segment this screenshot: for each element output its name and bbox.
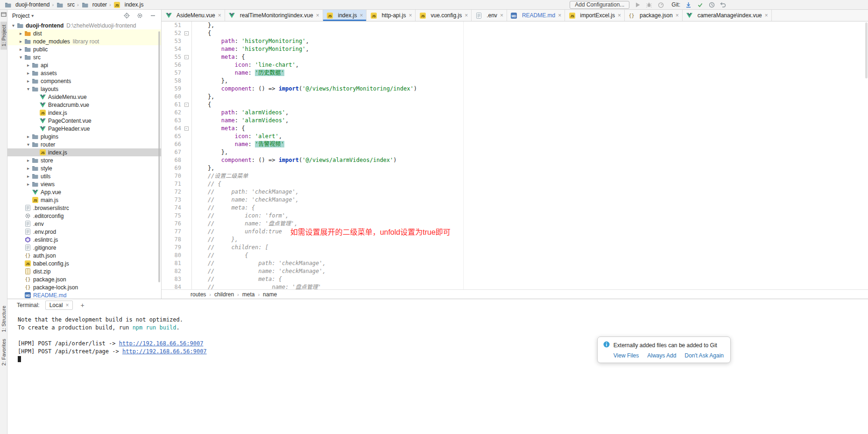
breadcrumb-item[interactable]: name [263,291,277,298]
run-icon[interactable] [634,1,641,8]
tree-item[interactable]: ▾layouts [7,85,161,93]
tree-item[interactable]: ▾src [7,53,161,61]
url-link[interactable]: http://192.168.66.56:9007 [122,348,207,355]
chevron-down-icon[interactable]: ▾ [25,86,31,91]
tree-item[interactable]: Breadcrumb.vue [7,101,161,109]
breadcrumb-item[interactable]: JSindex.js [112,1,145,8]
tree-item[interactable]: JSindex.js [7,109,161,117]
close-icon[interactable]: × [218,12,221,19]
editor-tab[interactable]: AsideMenu.vue× [162,10,225,21]
tree-item[interactable]: PageContent.vue [7,117,161,125]
chevron-right-icon[interactable]: ▸ [18,39,24,44]
editor-tab[interactable]: JSimportExcel.js× [565,10,625,21]
notification-action[interactable]: View Files [614,352,639,359]
chevron-right-icon[interactable]: ▸ [25,158,31,163]
tree-item[interactable]: App.vue [7,188,161,196]
editor-tab[interactable]: {}package.json× [625,10,683,21]
breadcrumb-item[interactable]: meta [242,291,255,298]
tree-item[interactable]: PageHeader.vue [7,125,161,133]
breadcrumb-item[interactable]: routes [191,291,206,298]
breadcrumb-item[interactable]: router [80,1,108,8]
chevron-right-icon[interactable]: ▸ [25,174,31,179]
breadcrumb-item[interactable]: children [214,291,234,298]
tree-item[interactable]: ▾router [7,140,161,148]
editor-tab[interactable]: MDREADME.md× [507,10,565,21]
breadcrumb-item[interactable]: src [55,1,76,8]
chevron-right-icon[interactable]: ▸ [25,166,31,171]
url-link[interactable]: http://192.168.66.56:9007 [119,340,204,347]
tree-item[interactable]: AsideMenu.vue [7,93,161,101]
close-icon[interactable]: × [500,12,503,19]
close-icon[interactable]: × [360,12,363,19]
close-icon[interactable]: × [465,12,468,19]
editor-scrollbar[interactable] [865,22,868,78]
tree-item[interactable]: ▸utils [7,172,161,180]
tree-item[interactable]: ▸node_moduleslibrary root [7,37,161,45]
profiler-icon[interactable] [657,1,664,8]
editor-tab[interactable]: JSindex.js× [323,10,367,21]
tree-item[interactable]: dist.zip [7,267,161,275]
locate-icon[interactable] [123,12,130,20]
tree-item[interactable]: ▸public [7,45,161,53]
fold-icon[interactable]: - [184,103,189,107]
tree-item[interactable]: ▸style [7,164,161,172]
close-icon[interactable]: × [316,12,319,19]
fold-icon[interactable]: - [184,55,189,59]
debug-icon[interactable] [645,1,653,8]
chevron-right-icon[interactable]: ▸ [18,47,24,52]
chevron-down-icon[interactable]: ▾ [31,13,34,18]
tree-item[interactable]: ▸views [7,180,161,188]
tree-item[interactable]: ▸api [7,61,161,69]
editor-tab[interactable]: cameraManage\index.vue× [683,10,772,21]
tool-button-structure[interactable]: 1: Structure [0,302,7,336]
tree-item[interactable]: ▸plugins [7,133,161,140]
chevron-right-icon[interactable]: ▸ [25,134,31,139]
close-icon[interactable]: × [65,302,69,308]
breadcrumb-item[interactable]: duoji-frontend [3,1,51,8]
notification-action[interactable]: Always Add [647,352,676,359]
git-commit-icon[interactable] [696,1,704,8]
editor-tab[interactable]: .env× [472,10,507,21]
tool-button-favorites[interactable]: 2: Favorites [0,336,7,369]
tree-item[interactable]: .gitignore [7,244,161,252]
tree-item[interactable]: ▾duoji-frontendD:\zheheWeb\duoji-fronten… [7,21,161,29]
chevron-right-icon[interactable]: ▸ [18,31,24,36]
add-configuration-button[interactable]: Add Configuration... [570,1,629,9]
tree-item[interactable]: {}package.json [7,275,161,283]
notification-action[interactable]: Don't Ask Again [685,352,724,359]
tree-item[interactable]: .editorconfig [7,212,161,220]
close-icon[interactable]: × [409,12,412,19]
project-view-selector[interactable]: Project [12,13,29,19]
rollback-icon[interactable] [720,1,727,8]
tree-item[interactable]: ▸components [7,77,161,85]
editor-area[interactable]: 51 },52- {53 path: 'historyMonitoring',5… [162,21,868,289]
close-icon[interactable]: × [618,12,621,19]
close-icon[interactable]: × [676,12,679,19]
chevron-right-icon[interactable]: ▸ [25,182,31,187]
tree-item[interactable]: MDREADME.md [7,291,161,299]
editor-tab[interactable]: JSvue.config.js× [416,10,472,21]
chevron-right-icon[interactable]: ▸ [25,63,31,68]
tree-item[interactable]: .env.prod [7,228,161,236]
terminal-output[interactable]: Note that the development build is not o… [7,311,868,434]
close-icon[interactable]: × [558,12,561,19]
tree-item[interactable]: .env [7,220,161,228]
git-update-icon[interactable] [685,1,692,8]
tree-item[interactable]: ▸dist [7,29,161,37]
tree-item[interactable]: ▸store [7,156,161,164]
hide-icon[interactable] [149,12,156,20]
new-terminal-button[interactable]: + [78,301,86,309]
chevron-down-icon[interactable]: ▾ [18,55,24,60]
chevron-down-icon[interactable]: ▾ [10,23,16,28]
tool-button-project[interactable]: 1: Project [0,21,7,49]
tree-item[interactable]: .eslintrc.js [7,236,161,244]
terminal-tab-local[interactable]: Local × [45,301,73,310]
editor-tab[interactable]: JShttp-api.js× [367,10,416,21]
tree-item[interactable]: .browserslistrc [7,204,161,212]
tree-item[interactable]: ▸assets [7,69,161,77]
editor-tab[interactable]: realTimeMonitoring\index.vue× [225,10,323,21]
project-scrollbar[interactable] [158,31,160,282]
tree-item[interactable]: JSbabel.config.js [7,259,161,267]
tree-item[interactable]: JSindex.js [7,148,161,156]
tree-item[interactable]: {}package-lock.json [7,283,161,291]
